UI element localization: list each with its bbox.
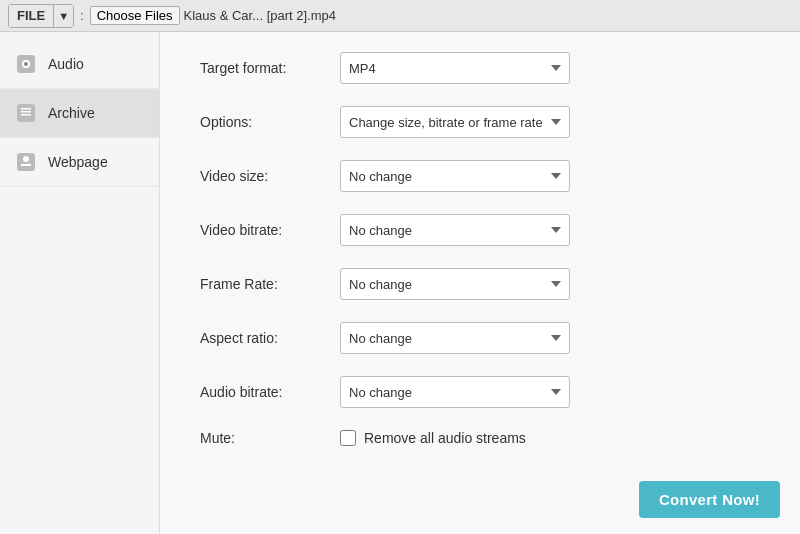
convert-now-button[interactable]: Convert Now! [639, 481, 780, 518]
aspect-ratio-row: Aspect ratio: No change [200, 322, 760, 354]
file-dropdown-arrow[interactable]: ▼ [54, 5, 73, 27]
target-format-label: Target format: [200, 60, 340, 76]
video-size-label: Video size: [200, 168, 340, 184]
target-format-select[interactable]: MP4 AVI MKV MOV WMV [340, 52, 570, 84]
sidebar: Audio Archive Webpage [0, 32, 160, 534]
svg-rect-4 [21, 111, 31, 113]
sidebar-label-archive: Archive [48, 105, 95, 121]
frame-rate-select[interactable]: No change [340, 268, 570, 300]
sidebar-label-webpage: Webpage [48, 154, 108, 170]
audio-icon [12, 50, 40, 78]
svg-point-2 [24, 62, 28, 66]
video-bitrate-row: Video bitrate: No change [200, 214, 760, 246]
separator: : [80, 8, 84, 23]
video-size-select[interactable]: No change [340, 160, 570, 192]
sidebar-item-archive[interactable]: Archive [0, 89, 159, 138]
options-select[interactable]: Change size, bitrate or frame rate [340, 106, 570, 138]
mute-checkbox-area: Remove all audio streams [340, 430, 526, 446]
video-bitrate-select[interactable]: No change [340, 214, 570, 246]
mute-label: Mute: [200, 430, 340, 446]
main-layout: Audio Archive Webpage [0, 32, 800, 534]
svg-rect-9 [21, 164, 31, 166]
aspect-ratio-select[interactable]: No change [340, 322, 570, 354]
file-input-label[interactable]: Choose Files [90, 8, 184, 23]
archive-icon [12, 99, 40, 127]
sidebar-item-audio[interactable]: Audio [0, 40, 159, 89]
audio-bitrate-row: Audio bitrate: No change [200, 376, 760, 408]
options-row: Options: Change size, bitrate or frame r… [200, 106, 760, 138]
file-name-display: Klaus & Car... [part 2].mp4 [184, 8, 336, 23]
audio-bitrate-select[interactable]: No change [340, 376, 570, 408]
mute-row: Mute: Remove all audio streams [200, 430, 760, 446]
audio-bitrate-label: Audio bitrate: [200, 384, 340, 400]
sidebar-item-webpage[interactable]: Webpage [0, 138, 159, 187]
frame-rate-label: Frame Rate: [200, 276, 340, 292]
file-btn-group: FILE ▼ [8, 4, 74, 28]
file-button[interactable]: FILE [9, 5, 54, 27]
target-format-row: Target format: MP4 AVI MKV MOV WMV [200, 52, 760, 84]
video-bitrate-label: Video bitrate: [200, 222, 340, 238]
options-label: Options: [200, 114, 340, 130]
svg-rect-3 [17, 104, 35, 122]
svg-rect-5 [21, 114, 31, 116]
aspect-ratio-label: Aspect ratio: [200, 330, 340, 346]
webpage-icon [12, 148, 40, 176]
content-area: Target format: MP4 AVI MKV MOV WMV Optio… [160, 32, 800, 534]
mute-checkbox[interactable] [340, 430, 356, 446]
svg-point-8 [23, 156, 29, 162]
video-size-row: Video size: No change [200, 160, 760, 192]
choose-files-button[interactable]: Choose Files [90, 6, 180, 25]
top-bar: FILE ▼ : Choose Files Klaus & Car... [pa… [0, 0, 800, 32]
sidebar-label-audio: Audio [48, 56, 84, 72]
frame-rate-row: Frame Rate: No change [200, 268, 760, 300]
mute-checkbox-text: Remove all audio streams [364, 430, 526, 446]
svg-rect-6 [21, 108, 31, 110]
